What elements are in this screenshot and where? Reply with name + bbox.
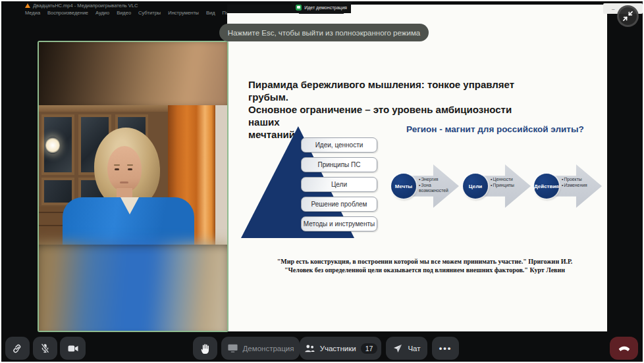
flow-bullets-goals: Ценности Принципы — [491, 177, 526, 188]
minimize-button[interactable]: – — [612, 6, 614, 12]
phone-down-icon — [618, 344, 631, 353]
pyramid-level-3: Цели — [301, 177, 377, 192]
app-window: ДвадцатьНС.mp4 - Медиапроигрыватель VLC … — [0, 0, 644, 363]
vlc-menubar: Медиа Воспроизведение Аудио Видео Субтит… — [25, 10, 242, 16]
quote-line-1: "Мир есть конструкция, в построении кото… — [254, 258, 596, 266]
vlc-cone-icon — [25, 3, 30, 8]
ellipsis-icon: ••• — [439, 343, 452, 353]
chat-label: Чат — [408, 345, 420, 352]
flow-bullets-dreams: Энергия Зона возможностей — [419, 177, 454, 194]
link-icon — [12, 343, 23, 354]
person-brow — [127, 164, 133, 166]
sharing-indicator-label: Идет демонстрация — [304, 5, 347, 10]
copy-link-button[interactable] — [5, 337, 30, 360]
chat-button[interactable]: Чат — [386, 337, 427, 360]
pyramid-level-5: Методы и инструменты — [301, 216, 377, 231]
webcam-tile[interactable] — [38, 41, 228, 332]
flow-circle-dreams: Мечты — [391, 174, 416, 199]
menu-audio[interactable]: Аудио — [95, 10, 109, 16]
window-title: ДвадцатьНС.mp4 - Медиапроигрыватель VLC — [33, 3, 138, 9]
collapse-arrows-icon — [623, 11, 633, 21]
raised-hand-icon — [200, 343, 211, 354]
flow-bullet: Проекты — [562, 177, 597, 183]
person-eye — [128, 168, 132, 170]
participants-icon — [304, 343, 315, 354]
participants-button[interactable]: Участники 17 — [300, 337, 381, 360]
more-options-button[interactable]: ••• — [432, 337, 459, 360]
webcam-video — [39, 105, 227, 245]
microphone-muted-button[interactable] — [33, 337, 57, 360]
slide-quotes: "Мир есть конструкция, в построении кото… — [254, 258, 596, 274]
exit-fullscreen-button[interactable] — [617, 5, 639, 27]
menu-media[interactable]: Медиа — [25, 10, 40, 16]
paper-plane-icon — [392, 343, 403, 354]
sharing-indicator: Идет демонстрация — [290, 1, 353, 14]
wall-strip — [215, 105, 227, 245]
fullscreen-esc-toast: Нажмите Esc, чтобы выйти из полноэкранно… — [219, 24, 429, 41]
webcam-blur-top — [38, 41, 228, 110]
raise-hand-button[interactable] — [193, 337, 217, 360]
webcam-blur-bottom — [38, 242, 228, 332]
slide-right-heading: Регион - магнит для российской элиты? — [406, 124, 584, 134]
camera-button[interactable] — [60, 337, 86, 360]
pyramid-level-4: Решение проблем — [301, 197, 377, 212]
person-brow — [114, 164, 120, 166]
person-eye — [115, 168, 119, 170]
person-face — [107, 146, 142, 192]
flow-bullet: Изменения — [562, 183, 597, 189]
screen-share-icon — [296, 5, 302, 11]
vlc-titlebar: ДвадцатьНС.mp4 - Медиапроигрыватель VLC — [25, 3, 138, 9]
bookcase-molding — [39, 105, 168, 112]
menu-video[interactable]: Видео — [117, 10, 131, 16]
person-chest — [121, 197, 139, 214]
flow-bullets-actions: Проекты Изменения — [562, 177, 597, 188]
person-mouth — [120, 182, 128, 183]
menu-playback[interactable]: Воспроизведение — [47, 10, 88, 16]
person-blue-top — [63, 197, 194, 245]
slide-title-line1: Пирамида бережливого мышления: тонкое уп… — [248, 78, 545, 103]
share-screen-button[interactable]: Демонстрация — [221, 337, 300, 360]
end-call-button[interactable] — [610, 337, 638, 360]
participants-count-badge: 17 — [361, 343, 378, 354]
share-screen-label: Демонстрация — [243, 345, 294, 352]
flow-circle-goals: Цели — [463, 174, 488, 199]
monitor-icon — [227, 343, 238, 353]
menu-tools[interactable]: Инструменты — [168, 10, 199, 16]
mic-off-icon — [40, 343, 51, 354]
flow-bullet: Ценности — [491, 177, 526, 183]
pyramid-level-1: Идеи, ценности — [301, 137, 377, 153]
participants-label: Участники — [320, 345, 356, 352]
menu-view[interactable]: Вид — [206, 10, 215, 16]
flow-circle-actions: Действия — [534, 174, 559, 199]
flow-bullet: Зона возможностей — [419, 183, 454, 194]
camera-icon — [67, 343, 79, 354]
menu-subtitles[interactable]: Субтитры — [138, 10, 161, 16]
pyramid-level-2: Принципы ПС — [301, 157, 377, 172]
lamp-glow — [45, 137, 60, 154]
flow-bullet: Принципы — [491, 183, 526, 189]
shared-screen-area: Пирамида бережливого мышления: тонкое уп… — [227, 5, 607, 331]
flow-bullet: Энергия — [419, 177, 454, 183]
quote-line-2: "Человек без определенной цели оказывает… — [254, 266, 596, 275]
